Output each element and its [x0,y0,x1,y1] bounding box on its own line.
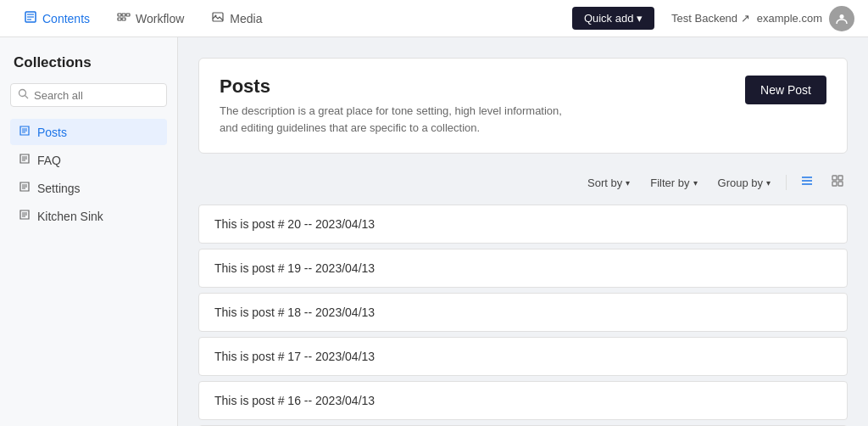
sidebar-item-kitchen-sink-label: Kitchen Sink [37,210,103,223]
post-item[interactable]: This is post # 19 -- 2023/04/13 [198,249,848,288]
content-area: Posts The description is a great place f… [178,37,868,426]
svg-rect-5 [122,14,125,16]
nav-tab-workflow-label: Workflow [136,12,184,25]
group-by-button[interactable]: Group by ▾ [713,173,776,193]
user-section: Test Backend ↗ example.com [671,6,854,31]
svg-point-10 [215,14,217,16]
sidebar-title: Collections [10,54,167,71]
sort-by-button[interactable]: Sort by ▾ [582,173,635,193]
sidebar-item-posts[interactable]: Posts [10,119,167,145]
post-item[interactable]: This is post # 16 -- 2023/04/13 [198,381,848,420]
sidebar-item-settings-label: Settings [37,182,81,195]
page-description: The description is a great place for ton… [220,103,576,136]
nav-tab-workflow[interactable]: Workflow [107,5,194,32]
group-by-label: Group by [718,177,763,189]
faq-icon [19,153,31,167]
posts-toolbar: Sort by ▾ Filter by ▾ Group by ▾ [198,171,848,194]
top-navigation: Contents Workflow Media Quick add ▾ Test… [0,0,868,37]
sidebar-item-faq-label: FAQ [37,154,61,167]
kitchen-sink-icon [19,209,31,223]
search-icon [18,88,29,102]
avatar[interactable] [829,6,854,31]
svg-rect-6 [126,14,130,16]
group-caret-icon: ▾ [766,178,771,188]
sidebar-item-settings[interactable]: Settings [10,175,167,201]
new-post-button[interactable]: New Post [745,76,826,104]
svg-rect-19 [832,182,837,186]
sidebar-item-kitchen-sink[interactable]: Kitchen Sink [10,203,167,229]
svg-rect-4 [118,14,121,16]
filter-by-button[interactable]: Filter by ▾ [645,173,702,193]
site-label: example.com [757,12,822,25]
svg-rect-18 [838,176,843,180]
search-box[interactable] [10,83,167,107]
post-item[interactable]: This is post # 20 -- 2023/04/13 [198,205,848,244]
quick-add-button[interactable]: Quick add ▾ [572,7,654,30]
settings-icon [19,181,31,195]
posts-icon [19,125,31,139]
filter-by-label: Filter by [650,177,689,189]
main-layout: Collections Posts FAQ Settings [0,37,868,426]
svg-point-11 [840,14,844,19]
nav-tab-media-label: Media [230,12,262,25]
list-view-button[interactable] [797,171,817,194]
post-item[interactable]: This is post # 18 -- 2023/04/13 [198,293,848,332]
quick-add-label: Quick add ▾ [584,12,643,25]
svg-rect-20 [838,182,843,186]
user-label[interactable]: Test Backend ↗ [671,12,750,25]
sidebar-item-posts-label: Posts [37,126,67,139]
grid-view-button[interactable] [827,171,848,194]
posts-header-info: Posts The description is a great place f… [220,76,576,136]
sort-by-label: Sort by [587,177,622,189]
search-input[interactable] [34,89,159,102]
svg-point-12 [19,90,26,97]
sidebar-item-faq[interactable]: FAQ [10,147,167,173]
sidebar: Collections Posts FAQ Settings [0,37,178,426]
svg-rect-8 [122,18,125,20]
posts-header-card: Posts The description is a great place f… [198,58,848,154]
filter-caret-icon: ▾ [693,178,698,188]
page-title: Posts [220,76,576,98]
post-item[interactable]: This is post # 17 -- 2023/04/13 [198,337,848,376]
contents-icon [24,10,37,27]
media-icon [211,10,225,27]
workflow-icon [117,10,131,27]
svg-rect-17 [832,176,837,180]
svg-rect-7 [118,18,121,20]
toolbar-separator [786,175,787,190]
nav-tab-media[interactable]: Media [201,5,272,32]
svg-line-13 [25,96,29,99]
nav-tab-contents[interactable]: Contents [14,5,100,32]
post-list: This is post # 20 -- 2023/04/13This is p… [198,205,848,426]
nav-tab-contents-label: Contents [42,12,90,25]
sort-caret-icon: ▾ [626,178,630,188]
